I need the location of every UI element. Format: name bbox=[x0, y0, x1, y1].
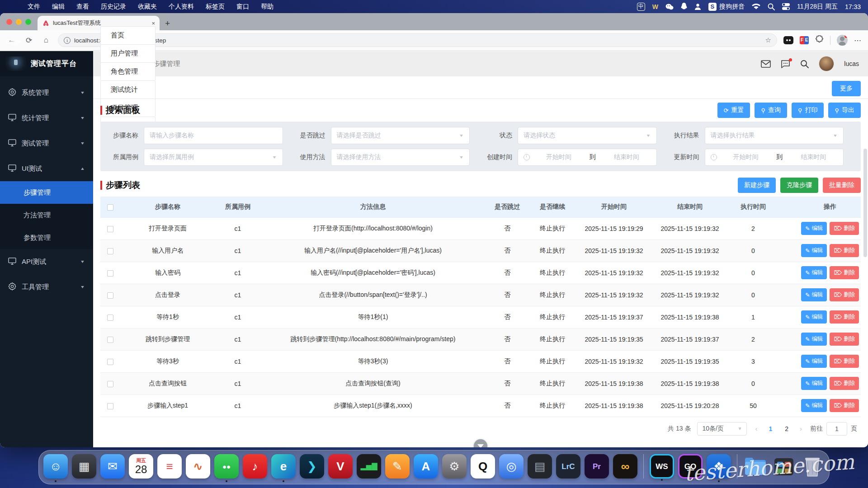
home-button[interactable]: ⌂ bbox=[41, 36, 52, 45]
sidebar-item-测试管理[interactable]: 测试管理▼ bbox=[0, 131, 93, 156]
dock-icon-finder[interactable]: ☺ bbox=[43, 454, 68, 479]
user-avatar[interactable] bbox=[819, 56, 834, 71]
dock-icon-app-store[interactable]: A bbox=[414, 454, 438, 479]
row-checkbox[interactable] bbox=[107, 226, 113, 232]
dock-icon-files-stack[interactable] bbox=[772, 454, 796, 479]
favorite-star-icon[interactable]: ☆ bbox=[765, 36, 771, 44]
minimize-window-button[interactable] bbox=[16, 19, 22, 25]
menubar-item-7[interactable]: 标签页 bbox=[206, 3, 225, 10]
删除-button[interactable]: ⌦删除 bbox=[830, 266, 859, 279]
goto-page-input[interactable] bbox=[826, 422, 847, 436]
sidebar-item-统计管理[interactable]: 统计管理▼ bbox=[0, 105, 93, 131]
tab-首页[interactable]: 首页 bbox=[100, 26, 156, 44]
select-使用方法[interactable]: 请选择使用方法▼ bbox=[331, 149, 470, 166]
close-window-button[interactable] bbox=[6, 19, 12, 25]
批量删除-button[interactable]: 批量删除 bbox=[823, 178, 861, 193]
dock-icon-edge-browser[interactable]: e bbox=[271, 454, 296, 479]
dock-icon-blue-ring-app[interactable]: ◎ bbox=[499, 454, 524, 479]
row-checkbox[interactable] bbox=[107, 359, 113, 365]
url-text[interactable]: localhost:8080/main/program/step bbox=[74, 37, 762, 44]
menubar-item-4[interactable]: 历史记录 bbox=[101, 3, 126, 10]
select-是否跳过[interactable]: 请选择是否跳过▼ bbox=[331, 127, 470, 144]
select-执行结果[interactable]: 请选择执行结果▼ bbox=[705, 127, 844, 144]
extensions-puzzle-icon[interactable] bbox=[815, 35, 824, 46]
menubar-item-5[interactable]: 收藏夹 bbox=[138, 3, 157, 10]
fe-extension-icon[interactable]: FE bbox=[800, 36, 809, 44]
sogou-pinyin-item[interactable]: S 搜狗拼音 bbox=[708, 3, 745, 11]
编辑-button[interactable]: ✎编辑 bbox=[801, 244, 827, 257]
编辑-button[interactable]: ✎编辑 bbox=[801, 310, 827, 324]
user-status-icon[interactable] bbox=[694, 3, 701, 11]
daterange-更新时间[interactable]: 开始时间到结束时间 bbox=[705, 149, 844, 166]
dock-icon-system-settings[interactable]: ⚙ bbox=[442, 454, 467, 479]
new-tab-button[interactable]: + bbox=[165, 19, 170, 28]
user-name[interactable]: lucas bbox=[844, 60, 859, 67]
tab-close-icon[interactable]: × bbox=[151, 20, 155, 27]
browser-menu-icon[interactable]: ⋯ bbox=[854, 36, 862, 45]
message-icon[interactable] bbox=[781, 60, 790, 68]
dock-icon-freeform[interactable]: ∿ bbox=[186, 454, 210, 479]
编辑-button[interactable]: ✎编辑 bbox=[801, 355, 827, 368]
mail-icon[interactable] bbox=[761, 60, 771, 68]
dock-icon-goland[interactable]: GO bbox=[678, 454, 703, 479]
input-method-icon[interactable]: 中 bbox=[637, 3, 645, 11]
删除-button[interactable]: ⌦删除 bbox=[830, 244, 859, 257]
dock-icon-garmin[interactable]: V bbox=[328, 454, 353, 479]
sidebar-item-UI测试[interactable]: UI测试▲ bbox=[0, 156, 93, 181]
dock-icon-mail[interactable]: ✉ bbox=[100, 454, 125, 479]
编辑-button[interactable]: ✎编辑 bbox=[801, 266, 827, 279]
row-checkbox[interactable] bbox=[107, 381, 113, 387]
dock-icon-calendar[interactable]: 周五28 bbox=[129, 454, 153, 479]
dock-icon-reminders[interactable]: ≡ bbox=[157, 454, 182, 479]
prev-page-icon[interactable]: ‹ bbox=[753, 425, 759, 432]
row-checkbox[interactable] bbox=[107, 314, 113, 321]
menubar-item-6[interactable]: 个人资料 bbox=[169, 3, 194, 10]
dock-icon-launchpad[interactable]: ▦ bbox=[72, 454, 96, 479]
sidebar-item-工具管理[interactable]: 工具管理▼ bbox=[0, 274, 93, 300]
删除-button[interactable]: ⌦删除 bbox=[830, 355, 859, 368]
sidebar-item-API测试[interactable]: API测试▼ bbox=[0, 249, 93, 274]
row-checkbox[interactable] bbox=[107, 337, 113, 343]
dock-icon-stocks[interactable]: ▂▅▇ bbox=[357, 454, 381, 479]
dock-icon-blue-app[interactable]: ❖ bbox=[707, 454, 731, 479]
menubar-item-2[interactable]: 编辑 bbox=[52, 3, 65, 10]
row-checkbox[interactable] bbox=[107, 270, 113, 277]
more-button[interactable]: 更多 bbox=[832, 81, 861, 96]
tab-用户管理[interactable]: 用户管理 bbox=[100, 44, 156, 62]
vertical-scrollbar[interactable] bbox=[863, 149, 867, 257]
导出-button[interactable]: ⚲导出 bbox=[828, 103, 861, 118]
dock-icon-netease-music[interactable]: ♪ bbox=[243, 454, 267, 479]
删除-button[interactable]: ⌦删除 bbox=[830, 222, 859, 235]
w-app-icon[interactable]: W bbox=[652, 3, 658, 11]
browser-profile-avatar[interactable] bbox=[837, 35, 848, 46]
dock-icon-webstorm[interactable]: WS bbox=[650, 454, 674, 479]
header-search-icon[interactable] bbox=[800, 60, 809, 68]
select-状态[interactable]: 请选择状态▼ bbox=[518, 127, 657, 144]
dock-icon-qq[interactable]: Q bbox=[471, 454, 495, 479]
编辑-button[interactable]: ✎编辑 bbox=[801, 288, 827, 301]
menubar-item-1[interactable]: 文件 bbox=[28, 3, 40, 10]
control-center-icon[interactable] bbox=[782, 3, 790, 11]
sidebar-subitem-步骤管理[interactable]: 步骤管理 bbox=[0, 181, 93, 204]
dock-icon-trash[interactable] bbox=[800, 454, 825, 479]
dock-icon-downloads-folder[interactable] bbox=[743, 454, 768, 479]
dock-icon-premiere[interactable]: Pr bbox=[585, 454, 609, 479]
menubar-item-8[interactable]: 窗口 bbox=[236, 3, 249, 10]
daterange-创建时间[interactable]: 开始时间到结束时间 bbox=[518, 149, 657, 166]
page-size-select[interactable]: 10条/页▼ bbox=[697, 422, 747, 436]
编辑-button[interactable]: ✎编辑 bbox=[801, 377, 827, 390]
删除-button[interactable]: ⌦删除 bbox=[830, 333, 859, 346]
page-number-1[interactable]: 1 bbox=[765, 425, 775, 432]
text-input-步骤名称[interactable]: 请输入步骤名称 bbox=[144, 127, 283, 144]
row-checkbox[interactable] bbox=[107, 248, 113, 254]
wechat-status-icon[interactable] bbox=[665, 3, 674, 11]
page-number-2[interactable]: 2 bbox=[782, 425, 792, 432]
编辑-button[interactable]: ✎编辑 bbox=[801, 399, 827, 412]
删除-button[interactable]: ⌦删除 bbox=[830, 310, 859, 324]
dock-icon-rings-app[interactable]: ∞ bbox=[613, 454, 637, 479]
查询-button[interactable]: ⚲查询 bbox=[755, 103, 787, 118]
dock-icon-terminal[interactable]: ❯ bbox=[300, 454, 324, 479]
dock-icon-dark-photo-app[interactable]: ▤ bbox=[528, 454, 552, 479]
page-info-icon[interactable]: i bbox=[64, 37, 71, 44]
select-所属用例[interactable]: 请选择所属用例▼ bbox=[144, 149, 283, 166]
